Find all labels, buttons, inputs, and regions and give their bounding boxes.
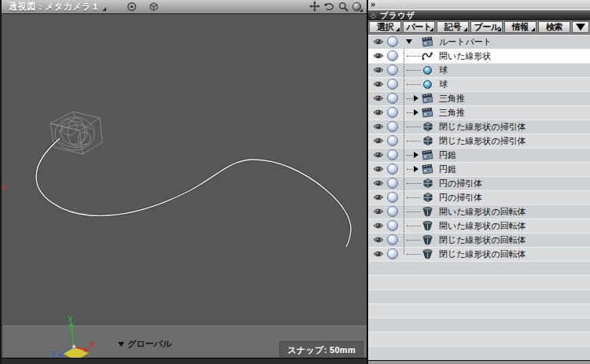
browser-panel-header[interactable]: ◇ ブラウザ — [368, 10, 590, 20]
menu-corner-triangle-icon — [497, 28, 501, 31]
tree-row[interactable]: 円錐 — [368, 162, 590, 176]
render-toggle-icon[interactable] — [387, 192, 398, 203]
collapse-triangle-icon[interactable] — [414, 109, 419, 116]
viewport-canvas[interactable]: スナップ: 50mm Y X Z グローバル — [3, 14, 367, 364]
tree-dash — [407, 239, 421, 241]
tree-dash — [407, 69, 421, 71]
cube-icon[interactable] — [147, 1, 160, 13]
sphere-icon — [421, 66, 433, 75]
tree-dash — [407, 126, 421, 127]
menu-button-label: 記号 — [444, 21, 461, 33]
browser-menu-bar: 選択パート記号ブール情報検索 — [368, 20, 590, 35]
menu-button-記号[interactable]: 記号 — [437, 21, 469, 33]
rotate-icon[interactable] — [323, 2, 335, 12]
tree-row[interactable]: 開いた線形状 — [368, 49, 590, 63]
zoom-icon[interactable] — [338, 2, 348, 12]
menu-button-パート[interactable]: パート — [403, 21, 435, 33]
tree-row-label: 閉じた線形状の掃引体 — [439, 121, 526, 133]
curve-outline — [36, 138, 351, 247]
empty-tree-row — [368, 261, 590, 275]
tree-dash — [407, 168, 413, 170]
tree-row[interactable]: 円錐 — [368, 148, 590, 162]
visibility-eye-icon[interactable] — [372, 208, 384, 215]
visibility-eye-icon[interactable] — [372, 123, 384, 131]
expand-triangle-icon[interactable] — [406, 39, 412, 44]
visibility-eye-icon[interactable] — [372, 151, 384, 159]
visibility-eye-icon[interactable] — [372, 94, 384, 102]
visibility-eye-icon[interactable] — [372, 179, 384, 187]
shading-dropdown-icon — [360, 9, 363, 12]
collapse-triangle-icon[interactable] — [414, 95, 419, 101]
viewport-title-dropdown-icon[interactable] — [102, 7, 106, 11]
render-toggle-icon[interactable] — [387, 164, 398, 175]
render-toggle-icon[interactable] — [387, 248, 398, 259]
render-toggle-icon[interactable] — [387, 107, 398, 118]
coordinate-system-selector[interactable]: グローバル — [118, 338, 171, 350]
tree-dash — [407, 140, 421, 142]
render-toggle-icon[interactable] — [387, 135, 398, 146]
collapse-chevrons-icon[interactable]: » — [371, 0, 375, 9]
menu-button-選択[interactable]: 選択 — [369, 21, 401, 33]
render-toggle-icon[interactable] — [387, 36, 398, 47]
visibility-eye-icon[interactable] — [372, 222, 384, 230]
viewport-title[interactable]: 透視図：メタカメラ１ — [9, 1, 100, 13]
menu-corner-triangle-icon — [396, 28, 400, 31]
tree-row[interactable]: ルートパート — [368, 35, 590, 49]
render-toggle-icon[interactable] — [387, 234, 398, 245]
tree-row[interactable]: 球 — [368, 63, 590, 77]
panel-collapse-strip[interactable]: » — [368, 0, 590, 10]
tree-row[interactable]: 三角推 — [368, 105, 590, 119]
sweep-icon — [421, 178, 433, 189]
menu-button-label: 選択 — [377, 21, 393, 33]
tree-row[interactable]: 球 — [368, 77, 590, 91]
revolve-icon — [421, 206, 433, 217]
render-toggle-icon[interactable] — [387, 50, 398, 61]
collapse-triangle-icon[interactable] — [414, 166, 419, 172]
visibility-eye-icon[interactable] — [372, 193, 384, 201]
perspective-viewport[interactable]: 透視図：メタカメラ１ — [0, 0, 367, 364]
visibility-eye-icon[interactable] — [372, 66, 384, 74]
tree-row[interactable]: 閉じた線形状の掃引体 — [368, 134, 590, 148]
menu-button-情報[interactable]: 情報 — [504, 21, 537, 33]
object-tree: ルートパート開いた線形状球球三角推三角推閉じた線形状の掃引体閉じた線形状の掃引体… — [368, 35, 590, 364]
tree-row[interactable]: 開いた線形状の回転体 — [368, 204, 590, 219]
visibility-eye-icon[interactable] — [372, 250, 384, 258]
menu-button-label: パート — [406, 21, 431, 33]
visibility-eye-icon[interactable] — [372, 52, 384, 60]
render-toggle-icon[interactable] — [387, 79, 398, 90]
axis-tick — [3, 186, 6, 189]
render-toggle-icon[interactable] — [387, 149, 398, 160]
target-icon[interactable] — [125, 1, 138, 13]
tree-row[interactable]: 閉じた線形状の掃引体 — [368, 119, 590, 134]
visibility-eye-icon[interactable] — [372, 137, 384, 145]
coordinate-dropdown-icon — [118, 342, 124, 347]
panel-title: ブラウザ — [380, 10, 415, 21]
visibility-eye-icon[interactable] — [372, 108, 384, 116]
render-toggle-icon[interactable] — [387, 121, 398, 132]
tree-row-label: 閉じた線形状の回転体 — [439, 248, 526, 260]
visibility-eye-icon[interactable] — [372, 165, 384, 173]
render-toggle-icon[interactable] — [387, 220, 398, 231]
visibility-eye-icon[interactable] — [372, 80, 384, 88]
shading-sphere-icon[interactable] — [352, 2, 363, 12]
render-toggle-icon[interactable] — [387, 206, 398, 217]
tree-row[interactable]: 円の掃引体 — [368, 176, 590, 190]
tree-row[interactable]: 閉じた線形状の回転体 — [368, 233, 590, 247]
menu-button-ブール[interactable]: ブール — [470, 21, 503, 33]
visibility-eye-icon[interactable] — [372, 38, 384, 46]
render-toggle-icon[interactable] — [387, 93, 398, 104]
collapse-triangle-icon[interactable] — [414, 152, 419, 158]
tree-row[interactable]: 閉じた線形状の回転体 — [368, 247, 590, 261]
render-toggle-icon[interactable] — [387, 64, 398, 75]
render-toggle-icon[interactable] — [387, 178, 398, 189]
visibility-eye-icon[interactable] — [372, 236, 384, 244]
menu-button-検索[interactable]: 検索 — [538, 21, 570, 33]
tree-row[interactable]: 三角推 — [368, 91, 590, 105]
scene-drawing — [3, 14, 368, 364]
pan-icon[interactable] — [309, 1, 320, 12]
browser-panel: » ◇ ブラウザ 選択パート記号ブール情報検索 ルートパート開いた線形状球球三角… — [368, 0, 590, 364]
empty-tree-row — [368, 303, 590, 318]
tree-row[interactable]: 開いた線形状の回転体 — [368, 219, 590, 233]
tree-row[interactable]: 円の掃引体 — [368, 190, 590, 204]
menu-overflow-button[interactable] — [572, 21, 589, 33]
